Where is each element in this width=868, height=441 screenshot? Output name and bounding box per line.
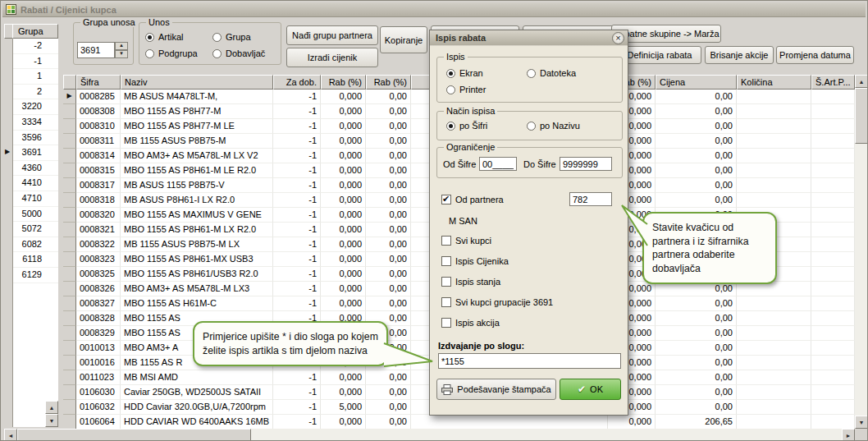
ok-button[interactable]: ✔ OK xyxy=(560,379,621,400)
radio-grupa[interactable]: Grupa xyxy=(212,32,251,42)
do-sifre-label: Do Šifre xyxy=(523,159,556,169)
group-item[interactable]: 6129 xyxy=(13,268,58,283)
cell-kolicina xyxy=(737,90,811,104)
dialog-checkbox[interactable]: Svi kupci grupacije 3691 xyxy=(441,297,553,307)
radio-po-nazivu[interactable]: po Nazivu xyxy=(527,121,580,131)
vertical-scrollbar-thumb[interactable] xyxy=(855,88,868,144)
dialog-checkbox[interactable]: Ispis Cijenika xyxy=(441,256,553,266)
group-item[interactable]: 3691 xyxy=(13,145,58,161)
cell-sartp xyxy=(811,193,855,208)
horizontal-scrollbar-thumb[interactable] xyxy=(17,429,251,441)
cell-za-dob: -1 xyxy=(273,134,321,149)
cell-rab1: 0,000 xyxy=(321,237,366,252)
cell-kolicina xyxy=(737,370,811,385)
group-item[interactable]: 5072 xyxy=(13,222,58,237)
group-item[interactable]: 3596 xyxy=(13,131,58,146)
cell-za-dob: -1 xyxy=(273,237,321,252)
group-item[interactable]: 6082 xyxy=(13,237,58,253)
table-row[interactable]: 0106064HDD CAVIAR WD 6400AAKS 16MB-10,00… xyxy=(63,415,855,429)
cell-rab1: 0,000 xyxy=(321,223,366,237)
group-item[interactable]: 4410 xyxy=(13,176,58,191)
spinner-down-icon[interactable]: ▼ xyxy=(115,50,128,58)
radio-po-sifri[interactable]: po Šifri xyxy=(446,121,487,131)
header-kolicina[interactable]: Količina xyxy=(737,75,811,90)
dialog-close-button[interactable]: × xyxy=(612,32,624,44)
header-sartp[interactable]: Š.Art.P... xyxy=(811,75,855,90)
header-za-dob[interactable]: Za dob. xyxy=(273,75,321,90)
sidebar-header-grupa[interactable]: Grupa xyxy=(12,24,58,39)
cell-cijena: 206,65 xyxy=(656,415,737,429)
checkbox-box-icon xyxy=(441,236,451,246)
group-item[interactable]: 3334 xyxy=(13,115,58,131)
od-sifre-input[interactable] xyxy=(479,157,517,171)
partner-id-input[interactable] xyxy=(569,192,612,206)
podesavanje-stampaca-button[interactable]: Podešavanje štampača xyxy=(436,379,556,400)
cell-kolicina xyxy=(737,119,811,134)
cell-kolicina xyxy=(737,163,811,178)
group-item[interactable]: 2 xyxy=(13,85,58,100)
cell-rab2: 0,00 xyxy=(366,223,411,237)
dialog-title: Ispis rabata xyxy=(436,33,486,43)
scroll-down-button[interactable]: ▼ xyxy=(855,416,868,429)
scroll-right-button[interactable]: ► xyxy=(842,429,855,441)
dialog-checkbox[interactable]: Svi kupci xyxy=(441,236,553,246)
group-item[interactable]: 4710 xyxy=(13,191,58,207)
app-window: Rabati / Cijenici kupca Grupa -2-1123220… xyxy=(0,0,868,441)
radio-artikal[interactable]: Artikal xyxy=(145,32,184,42)
brisanje-akcije-button[interactable]: Brisanje akcije xyxy=(705,46,774,64)
od-partnera-checkbox[interactable]: Od partnera xyxy=(441,195,504,204)
nadi-grupu-partnera-button[interactable]: Nađi grupu partnera xyxy=(286,25,378,45)
radio-dobavljac[interactable]: Dobavljač xyxy=(212,48,265,58)
izdvajanje-input[interactable] xyxy=(438,353,621,369)
radio-dot-icon xyxy=(527,69,536,78)
cell-naziv: Caviar 250GB, WD2500JS SATAII xyxy=(121,385,273,400)
cell-cijena: 0,00 xyxy=(656,400,737,415)
cell-sifra: 0008310 xyxy=(76,119,121,134)
row-indicator-cell: ▶ xyxy=(63,90,76,104)
dialog-checkbox[interactable]: Ispis stanja xyxy=(441,277,553,287)
kopiranje-button[interactable]: Kopiranje xyxy=(380,26,427,53)
row-indicator-cell xyxy=(63,326,76,341)
cell-cijena: 0,00 xyxy=(656,90,737,104)
radio-podgrupa[interactable]: Podgrupa xyxy=(145,48,198,58)
scroll-left-button[interactable]: ◄ xyxy=(4,429,17,441)
promjena-datuma-button[interactable]: Promjena datuma xyxy=(776,46,854,64)
group-item[interactable]: -1 xyxy=(13,54,58,70)
row-indicator-cell xyxy=(63,311,76,326)
scroll-up-button[interactable]: ▲ xyxy=(855,75,868,88)
spinner-up-icon[interactable]: ▲ xyxy=(115,42,128,50)
cell-kolicina xyxy=(737,341,811,356)
header-rab2[interactable]: Rab (%) xyxy=(366,75,411,90)
sidebar-scroll-down-button[interactable]: ▼ xyxy=(45,414,58,427)
nacin-ispisa-label: Način ispisa xyxy=(444,106,497,116)
dialog-titlebar[interactable]: Ispis rabata xyxy=(430,30,628,46)
header-naziv[interactable]: Naziv xyxy=(121,75,273,90)
group-item[interactable]: -2 xyxy=(13,39,58,54)
sidebar-scroll-up-button[interactable]: ▲ xyxy=(45,401,58,414)
group-item[interactable]: 6118 xyxy=(13,252,58,268)
cell-naziv: MBO 1155 AS MAXIMUS V GENE xyxy=(121,208,273,223)
radio-dot-icon xyxy=(212,49,222,58)
cell-za-dob: -1 xyxy=(273,370,321,385)
do-sifre-input[interactable] xyxy=(560,157,612,171)
group-item[interactable]: 5000 xyxy=(13,207,58,223)
definicija-rabata-button[interactable]: Definicija rabata xyxy=(618,46,701,64)
group-item[interactable]: 4360 xyxy=(13,161,58,177)
header-rab1[interactable]: Rab (%) xyxy=(321,75,366,90)
group-item[interactable]: 3220 xyxy=(13,99,58,115)
radio-dot-icon xyxy=(446,85,455,94)
checkbox-label: Ispis akcija xyxy=(455,318,500,328)
radio-ekran[interactable]: Ekran xyxy=(446,68,483,78)
cell-sifra: 0008321 xyxy=(76,223,121,237)
header-cijena[interactable]: Cijena xyxy=(656,75,737,90)
cell-sifra: 0008311 xyxy=(76,134,121,149)
cell-sartp xyxy=(811,370,855,385)
header-sifra[interactable]: Šifra xyxy=(76,75,121,90)
group-item[interactable]: 1 xyxy=(13,69,58,85)
grupa-unosa-input[interactable] xyxy=(77,42,115,58)
izradi-cijenik-button[interactable]: Izradi cijenik xyxy=(286,48,378,67)
radio-datoteka[interactable]: Datoteka xyxy=(527,68,576,78)
dialog-checkbox[interactable]: Ispis akcija xyxy=(441,318,553,328)
radio-printer[interactable]: Printer xyxy=(446,85,486,94)
cell-sifra: 0011023 xyxy=(76,370,121,385)
